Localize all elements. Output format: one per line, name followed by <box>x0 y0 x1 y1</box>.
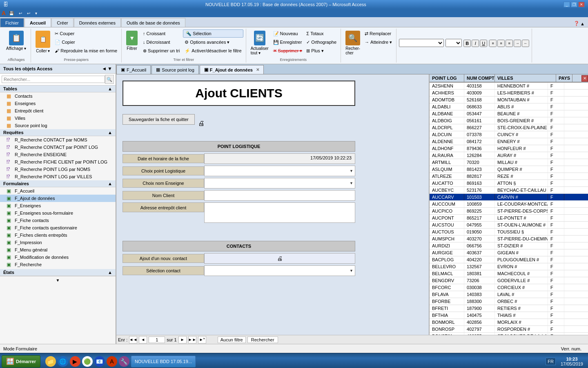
req-point-villes[interactable]: ⁉ R_Recherche POINT LOG par VILLES <box>0 173 116 180</box>
table-row[interactable]: BONROSP 402797 ROSPORDEN # F <box>430 326 588 333</box>
choix-point-input[interactable] <box>206 168 350 173</box>
table-row[interactable]: AURGIGE 403637 GIGEAN # F <box>430 249 588 256</box>
req-contact-noms[interactable]: ⁉ R_Recherche CONTACT par NOMS <box>0 136 116 144</box>
nav-search-btn[interactable]: Rechercher <box>247 337 278 343</box>
coller-btn[interactable]: 📋 Coller ▾ <box>33 29 52 54</box>
table-row[interactable]: ACHHERS 403009 LES-HERBIERS # F <box>430 90 588 96</box>
choix-enseigne-dropdown[interactable]: ▼ <box>204 178 355 188</box>
selection-contact-arrow[interactable]: ▼ <box>350 269 353 273</box>
table-row[interactable]: AUCTOUS 019050 TOUSSIEU § F <box>430 229 588 236</box>
croissant-btn[interactable]: ↑ Croissant <box>141 29 181 38</box>
supprimer-tri-btn[interactable]: ⊗ Supprimer un tri <box>141 47 181 55</box>
reproduire-btn[interactable]: 🖌 Reproduire la mise en forme <box>53 47 119 55</box>
form-fiches-clients[interactable]: ▣ F_Fiches clients entrepôts <box>0 231 116 239</box>
expand-icon[interactable]: ▲ <box>580 21 585 26</box>
selection-btn[interactable]: 🔦 Sélection <box>183 29 243 38</box>
start-button[interactable]: 🪟 Démarrer <box>2 355 40 368</box>
affichage-btn[interactable]: 📋 Affichage ▾ <box>4 29 28 52</box>
table-row[interactable]: ALDABLI 068633 ABLIS # F <box>430 103 588 110</box>
adresse-input[interactable] <box>204 202 355 223</box>
options-avancees-btn[interactable]: ⚙ Options avancées ▾ <box>183 38 243 46</box>
ajout-contact-icon[interactable]: 🖨 <box>277 255 283 262</box>
form-menu[interactable]: ▣ F_Menu général <box>0 246 116 254</box>
col-point-log[interactable]: POINT LOG <box>430 74 464 82</box>
align-left-btn[interactable]: ≡ <box>489 40 497 47</box>
tab-accueil[interactable]: Accueil <box>24 18 51 27</box>
requetes-section-header[interactable]: Requêtes ▲ <box>0 129 116 136</box>
table-row[interactable]: BFLAVA 140383 LAVAL # F <box>430 291 588 298</box>
panel-scroll-down[interactable]: ▼ <box>56 278 60 283</box>
taskbar-outlook-icon[interactable]: 📧 <box>94 356 105 367</box>
taskbar-access-icon[interactable]: A <box>107 356 117 367</box>
table-row[interactable]: AUCPONT 865217 LE-PONTET # F <box>430 215 588 222</box>
qa-undo2[interactable]: ↩ <box>25 10 32 16</box>
taskbar-explorer-icon[interactable]: 📁 <box>45 356 56 367</box>
rechercher-btn[interactable]: 🔍 Recher-cher <box>343 29 362 56</box>
form-modification[interactable]: ▣ F_Modification de données <box>0 254 116 261</box>
indent-decrease-btn[interactable]: ← <box>522 40 529 47</box>
totaux-btn[interactable]: Σ Totaux <box>305 29 338 38</box>
table-row[interactable]: AUCPICO 869225 ST-PIERRE-DES-CORPS # F <box>430 208 588 215</box>
form-accueil[interactable]: ▣ F_Accueil <box>0 187 116 195</box>
copier-btn[interactable]: 📄 Copier <box>53 38 119 46</box>
table-row[interactable]: AUCBEYC 523176 BEYCHAC-ET-CAILLAU # F <box>430 187 588 194</box>
qa-undo[interactable]: ↩ <box>17 10 24 16</box>
taskbar-media-icon[interactable]: ▶ <box>70 356 80 367</box>
table-row[interactable]: BFTHIA 140475 THIAIS # F <box>430 312 588 319</box>
taskbar-ie-icon[interactable]: 🌐 <box>58 356 68 367</box>
close-btn[interactable]: ✕ <box>578 2 585 7</box>
tab-f-accueil[interactable]: ▣ F_Accueil <box>116 65 151 74</box>
table-row[interactable]: ALDHONF 879436 HONFLEUR # F <box>430 145 588 152</box>
table-row[interactable]: AUCSTOU 047955 ST-OUEN-L'AUMONE # F <box>430 222 588 229</box>
left-panel-menu-btn[interactable]: ▼ <box>107 66 112 72</box>
table-row[interactable]: ALDCRPL 866227 STE-CROIX-EN-PLAINE # F <box>430 124 588 131</box>
form-impression[interactable]: ▣ F_Impression <box>0 239 116 246</box>
form-fiche-contacts[interactable]: ▣ F_Fiche contacts <box>0 217 116 224</box>
nav-prev-btn[interactable]: ◄ <box>139 336 147 343</box>
qa-dropdown[interactable]: ▾ <box>33 10 39 16</box>
nav-current-input[interactable] <box>149 337 165 343</box>
font-size-select[interactable] <box>445 39 462 47</box>
align-center-btn[interactable]: ≡ <box>497 40 505 47</box>
table-row[interactable]: BENGDRV 73206 GODERVILLE # F <box>430 277 588 284</box>
table-row[interactable]: ALDCUIN 073378 CUINCY # F <box>430 131 588 138</box>
form-fiche-contacts-q[interactable]: ▣ F_Fiche contacts questionnaire <box>0 224 116 231</box>
etats-section-header[interactable]: États ▲ <box>0 269 116 276</box>
decroissant-btn[interactable]: ↓ Décroissant <box>141 38 181 46</box>
date-input[interactable]: 17/05/2019 10:22:23 <box>204 153 355 164</box>
table-row[interactable]: ALDBOIG 056161 BOIS-GRENIER # F <box>430 117 588 124</box>
form-recherche[interactable]: ▣ F_Recherche <box>0 261 116 268</box>
table-row[interactable]: BONMORL 402856 MORLAIX # F <box>430 319 588 326</box>
col-villes[interactable]: VILLES <box>495 74 556 82</box>
choix-point-arrow[interactable]: ▼ <box>350 169 353 173</box>
help-icon[interactable]: ❓ <box>574 21 579 26</box>
choix-point-dropdown[interactable]: ▼ <box>204 166 355 176</box>
nav-last-btn[interactable]: ►► <box>188 336 196 343</box>
tab-donnees-externes[interactable]: Données externes <box>74 18 121 27</box>
taskbar-tools-icon[interactable]: 🔧 <box>119 356 129 367</box>
tab-ajout-donnees[interactable]: ▣ F_Ajout de données ✕ <box>200 65 264 74</box>
choix-enseigne-arrow[interactable]: ▼ <box>350 181 353 185</box>
bold-btn[interactable]: B <box>463 40 471 47</box>
qa-save[interactable]: 💾 <box>7 10 16 16</box>
nouveau-btn[interactable]: 📝 Nouveau <box>272 29 304 38</box>
col-pays[interactable]: PAYS <box>556 74 572 82</box>
search-btn[interactable]: 🔍 <box>105 75 114 84</box>
align-right-btn[interactable]: ≡ <box>506 40 513 47</box>
table-villes[interactable]: ▦ Villes <box>0 114 116 122</box>
table-row[interactable]: BFORBE 188300 ORBEC # F <box>430 298 588 305</box>
tab-creer[interactable]: Créer <box>51 18 74 27</box>
enregistrer-btn[interactable]: 💾 Enregistrer <box>272 38 304 46</box>
form-enseignes-sf[interactable]: ▣ F_Enseignes sous-formulaire <box>0 209 116 217</box>
restore-btn[interactable]: ❐ <box>571 2 577 7</box>
italic-btn[interactable]: I <box>472 40 479 47</box>
req-fiche-client[interactable]: ⁉ R_Recherche FICHE CLIENT par POINT LOG <box>0 158 116 166</box>
table-row[interactable]: ALDENNE 084172 ENNERY # F <box>430 138 588 145</box>
underline-btn[interactable]: U <box>480 40 487 47</box>
table-row[interactable]: AUCCOUM 100859 LE-COUDRAY-MONTCEAU F <box>430 201 588 208</box>
form-ajout[interactable]: ▣ F_Ajout de données <box>0 195 116 202</box>
taskbar-access-window[interactable]: NOUVELLE BDD 17.05.19... <box>131 356 196 367</box>
table-row[interactable]: AUCATTO 869163 ATTON § F <box>430 180 588 187</box>
panel-close-btn[interactable]: ✕ <box>581 75 588 82</box>
table-row[interactable]: ALRAURA 126284 AURAY # F <box>430 152 588 159</box>
